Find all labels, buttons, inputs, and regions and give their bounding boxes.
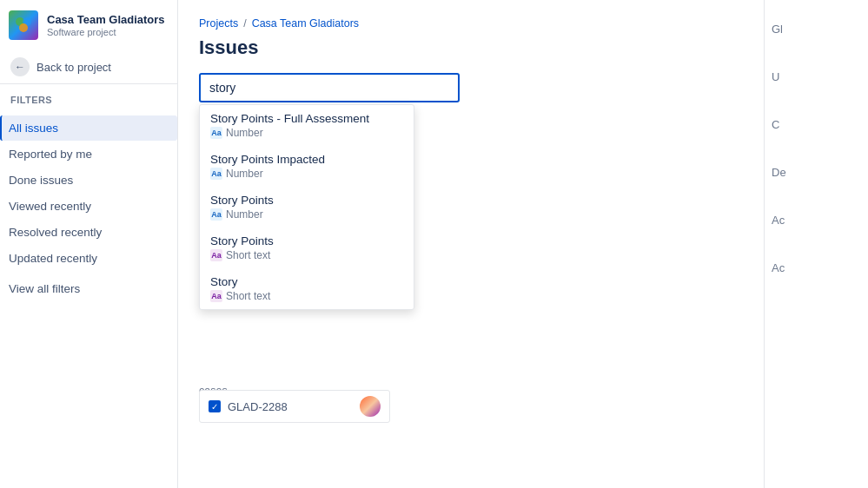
- issue-checkbox[interactable]: ✓: [209, 400, 221, 412]
- back-to-project-button[interactable]: ← Back to project: [0, 50, 177, 84]
- nav-list: All issues Reported by me Done issues Vi…: [0, 115, 177, 272]
- project-info: Casa Team Gladiators Software project: [47, 13, 165, 38]
- dropdown-item-subtitle-1: Aa Number: [210, 168, 403, 180]
- right-panel-item-2: C: [765, 113, 868, 136]
- search-input[interactable]: [199, 73, 460, 102]
- dropdown-item-subtitle-2: Aa Number: [210, 208, 403, 221]
- dropdown-item-subtitle-4: Aa Short text: [210, 290, 403, 302]
- dropdown-item-title-2: Story Points: [210, 194, 403, 207]
- search-wrapper: Story Points - Full Assessment Aa Number…: [199, 73, 460, 102]
- breadcrumb-projects-link[interactable]: Projects: [199, 17, 238, 30]
- issue-id: GLAD-2288: [228, 400, 288, 413]
- dropdown-item-title-0: Story Points - Full Assessment: [210, 112, 403, 125]
- breadcrumb-project-link[interactable]: Casa Team Gladiators: [252, 17, 359, 30]
- project-logo: [9, 10, 38, 40]
- filters-section: Filters: [0, 84, 177, 115]
- dropdown-item-title-4: Story: [210, 275, 403, 288]
- sidebar: Casa Team Gladiators Software project ← …: [0, 0, 178, 488]
- dropdown-item-2[interactable]: Story Points Aa Number: [200, 187, 414, 228]
- type-icon-2: Aa: [210, 208, 222, 221]
- project-type: Software project: [47, 27, 165, 37]
- back-arrow-icon: ←: [10, 57, 30, 76]
- dropdown-item-3[interactable]: Story Points Aa Short text: [200, 228, 414, 268]
- page-title: Issues: [199, 36, 743, 59]
- sidebar-item-reported-by-me[interactable]: Reported by me: [0, 142, 177, 167]
- filters-title: Filters: [10, 95, 167, 105]
- type-icon-4: Aa: [210, 290, 222, 302]
- issue-row: ✓ GLAD-2288: [199, 390, 390, 423]
- right-panel-item-5: Ac: [765, 256, 868, 280]
- sidebar-item-viewed-recently[interactable]: Viewed recently: [0, 194, 177, 219]
- right-panel: Gl U C De Ac Ac: [764, 0, 868, 488]
- type-icon-3: Aa: [210, 249, 222, 261]
- back-button-label: Back to project: [36, 61, 111, 74]
- dropdown-item-title-1: Story Points Impacted: [210, 153, 403, 166]
- project-header: Casa Team Gladiators Software project: [0, 0, 177, 50]
- dropdown-item-4[interactable]: Story Aa Short text: [200, 268, 414, 309]
- dropdown-item-subtitle-3: Aa Short text: [210, 249, 403, 261]
- right-panel-item-1: U: [765, 65, 868, 89]
- sidebar-item-resolved-recently[interactable]: Resolved recently: [0, 220, 177, 245]
- sidebar-item-all-issues[interactable]: All issues: [0, 115, 177, 141]
- svg-point-2: [19, 23, 28, 32]
- right-panel-item-4: Ac: [765, 208, 868, 232]
- type-icon-1: Aa: [210, 168, 222, 180]
- breadcrumb: Projects / Casa Team Gladiators: [199, 17, 743, 30]
- sidebar-item-updated-recently[interactable]: Updated recently: [0, 246, 177, 271]
- dropdown-scroll-area[interactable]: Story Points - Full Assessment Aa Number…: [200, 105, 414, 309]
- dropdown-item-subtitle-0: Aa Number: [210, 127, 403, 139]
- dropdown-item-0[interactable]: Story Points - Full Assessment Aa Number: [200, 105, 414, 146]
- search-dropdown: Story Points - Full Assessment Aa Number…: [199, 104, 414, 310]
- issue-avatar: [360, 396, 381, 417]
- right-panel-item-3: De: [765, 161, 868, 184]
- sidebar-item-done-issues[interactable]: Done issues: [0, 168, 177, 193]
- right-panel-item-0: Gl: [765, 17, 868, 41]
- project-name: Casa Team Gladiators: [47, 13, 165, 28]
- dropdown-item-1[interactable]: Story Points Impacted Aa Number: [200, 146, 414, 187]
- breadcrumb-separator: /: [243, 17, 246, 30]
- main-content: Projects / Casa Team Gladiators Issues S…: [178, 0, 764, 488]
- view-all-filters-link[interactable]: View all filters: [0, 275, 177, 302]
- type-icon-0: Aa: [210, 127, 222, 139]
- dropdown-item-title-3: Story Points: [210, 234, 403, 247]
